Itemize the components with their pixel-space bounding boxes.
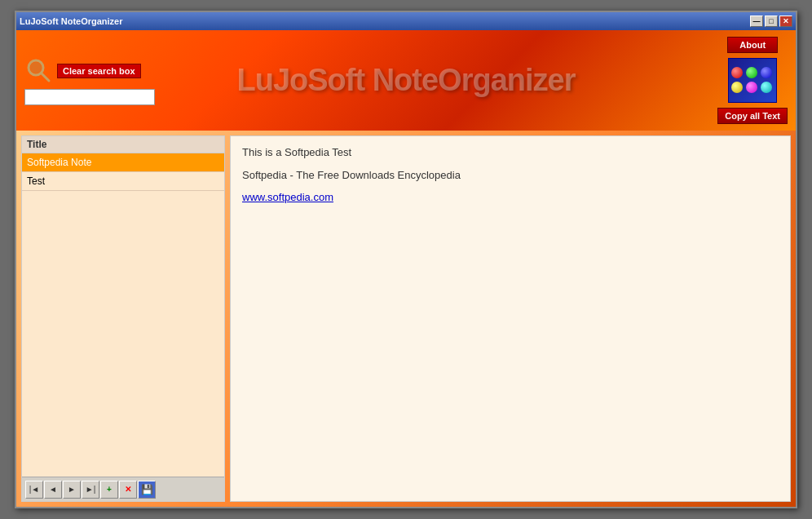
search-area: Clear search box <box>24 56 141 86</box>
row-title: Test <box>27 175 45 187</box>
minimize-button[interactable]: — <box>750 16 763 27</box>
search-icon <box>24 56 54 86</box>
window-controls: — □ ✕ <box>750 16 792 27</box>
ball-6 <box>761 82 772 93</box>
window-title: LuJoSoft NoteOrganizer <box>20 16 123 26</box>
close-button[interactable]: ✕ <box>779 16 792 27</box>
save-icon: 💾 <box>141 484 153 495</box>
notes-table: Title Softpedia Note Test <box>22 136 224 477</box>
last-icon: ►| <box>86 485 96 494</box>
first-icon: |◄ <box>29 485 40 494</box>
header: Clear search box LuJoSoft NoteOrganizer … <box>16 30 796 131</box>
svg-line-2 <box>42 73 49 81</box>
note-line-1: This is a Softpedia Test <box>242 144 779 161</box>
clear-search-button[interactable]: Clear search box <box>57 64 141 78</box>
ball-4 <box>731 82 743 93</box>
ball-3 <box>761 67 772 78</box>
svg-point-1 <box>30 62 42 73</box>
logo-balls <box>731 67 774 95</box>
ball-5 <box>746 82 757 93</box>
about-button[interactable]: About <box>727 37 778 53</box>
header-right: About Copy all Text <box>717 37 788 124</box>
window-body: Clear search box LuJoSoft NoteOrganizer … <box>16 30 796 507</box>
next-icon: ► <box>68 485 76 494</box>
prev-icon: ◄ <box>49 485 57 494</box>
title-bar: LuJoSoft NoteOrganizer — □ ✕ <box>16 12 796 30</box>
maximize-button[interactable]: □ <box>765 16 778 27</box>
table-header: Title <box>22 136 224 153</box>
row-title: Softpedia Note <box>27 157 91 168</box>
save-button[interactable]: 💾 <box>138 481 156 499</box>
note-link[interactable]: www.softpedia.com <box>242 191 333 203</box>
delete-icon: ✕ <box>125 485 131 494</box>
note-line-2: Softpedia - The Free Downloads Encyclope… <box>242 167 779 184</box>
last-button[interactable]: ►| <box>82 481 99 499</box>
note-content-panel: This is a Softpedia Test Softpedia - The… <box>230 135 791 502</box>
search-input[interactable] <box>24 89 155 105</box>
main-content: Title Softpedia Note Test |◄ ◄ <box>16 131 796 507</box>
app-title: LuJoSoft NoteOrganizer <box>236 63 575 98</box>
copy-all-button[interactable]: Copy all Text <box>717 108 788 124</box>
delete-button[interactable]: ✕ <box>119 481 137 499</box>
add-button[interactable]: + <box>100 481 118 499</box>
left-panel: Title Softpedia Note Test |◄ ◄ <box>21 135 225 502</box>
ball-2 <box>746 67 757 78</box>
prev-button[interactable]: ◄ <box>44 481 62 499</box>
bottom-toolbar: |◄ ◄ ► ►| + ✕ <box>22 477 224 501</box>
add-icon: + <box>107 485 112 494</box>
main-window: LuJoSoft NoteOrganizer — □ ✕ Clear searc… <box>15 11 797 508</box>
note-line-3: www.softpedia.com <box>242 189 779 206</box>
table-row[interactable]: Test <box>22 172 224 191</box>
table-row[interactable]: Softpedia Note <box>22 153 224 172</box>
first-button[interactable]: |◄ <box>25 481 43 499</box>
ball-1 <box>731 67 743 78</box>
next-button[interactable]: ► <box>63 481 81 499</box>
logo-icon <box>728 58 777 103</box>
header-left: Clear search box <box>24 56 155 105</box>
